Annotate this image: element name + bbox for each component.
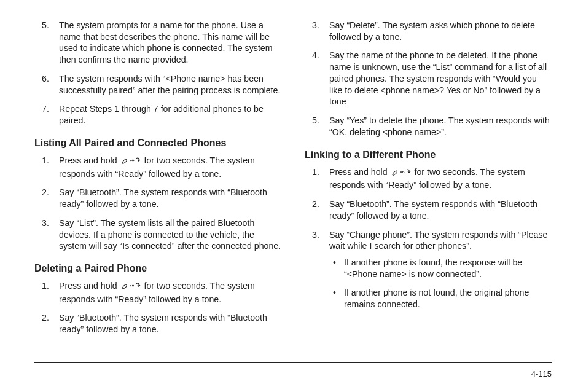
list-number: 1. (42, 280, 49, 292)
list-number: 3. (312, 20, 319, 31)
page-number: 4-115 (531, 369, 552, 378)
deleting-steps: 1. Press and hold for two seconds. The s… (34, 280, 281, 335)
list-item: 5. The system prompts for a name for the… (34, 20, 281, 66)
list-text: Say “Yes” to delete the phone. The syste… (329, 116, 550, 137)
sub-bullets: If another phone is found, the response … (329, 257, 552, 310)
phone-voice-icon (120, 282, 142, 294)
footer-rule (34, 362, 552, 363)
list-item: 6. The system responds with “<Phone name… (34, 73, 281, 96)
continuation-list: 5. The system prompts for a name for the… (34, 20, 281, 127)
list-item: 5. Say “Yes” to delete the phone. The sy… (305, 115, 552, 138)
list-text: Press and hold for two seconds. The syst… (59, 155, 255, 179)
list-item: 2. Say “Bluetooth”. The system responds … (34, 187, 281, 210)
list-number: 2. (312, 198, 319, 210)
list-text: Say “List”. The system lists all the pai… (59, 218, 281, 251)
list-item: 3. Say “Change phone”. The system respon… (305, 229, 552, 310)
list-item: 4. Say the name of the phone to be delet… (305, 50, 552, 108)
list-number: 2. (42, 312, 49, 324)
deleting-steps-cont: 3. Say “Delete”. The system asks which p… (305, 20, 552, 138)
list-text: Press and hold for two seconds. The syst… (59, 281, 255, 304)
list-item: 1. Press and hold for two seconds. The s… (305, 167, 552, 191)
list-item: 3. Say “List”. The system lists all the … (34, 218, 281, 252)
bullet-item: If another phone is found, the response … (329, 257, 552, 280)
list-item: 2. Say “Bluetooth”. The system responds … (34, 312, 281, 335)
list-number: 1. (42, 155, 49, 167)
list-number: 5. (42, 20, 49, 31)
heading-listing-paired: Listing All Paired and Connected Phones (34, 138, 281, 149)
list-text: Press and hold for two seconds. The syst… (329, 167, 525, 190)
list-item: 2. Say “Bluetooth”. The system responds … (305, 198, 552, 221)
list-number: 5. (312, 115, 319, 127)
list-item: 7. Repeat Steps 1 through 7 for addition… (34, 103, 281, 126)
list-number: 3. (312, 229, 319, 241)
list-item: 1. Press and hold for two seconds. The s… (34, 280, 281, 305)
list-text: Say “Bluetooth”. The system responds wit… (59, 187, 267, 209)
list-number: 2. (42, 187, 49, 198)
bullet-item: If another phone is not found, the origi… (329, 287, 552, 310)
list-number: 6. (42, 73, 49, 85)
phone-voice-icon (120, 157, 142, 168)
content-columns: 5. The system prompts for a name for the… (34, 20, 552, 349)
right-column: 3. Say “Delete”. The system asks which p… (305, 20, 552, 349)
list-number: 3. (42, 218, 49, 229)
heading-linking-different: Linking to a Different Phone (305, 149, 552, 160)
list-text: Say the name of the phone to be deleted.… (329, 50, 547, 106)
linking-steps: 1. Press and hold for two seconds. The s… (305, 167, 552, 310)
listing-steps: 1. Press and hold for two seconds. The s… (34, 155, 281, 252)
list-text: Say “Bluetooth”. The system responds wit… (59, 313, 267, 334)
list-text: The system prompts for a name for the ph… (59, 20, 273, 65)
list-number: 1. (312, 167, 319, 178)
list-text: Say “Change phone”. The system responds … (329, 230, 547, 251)
list-text: Say “Bluetooth”. The system responds wit… (329, 199, 537, 221)
list-text: The system responds with “<Phone name> h… (59, 74, 280, 95)
list-item: 1. Press and hold for two seconds. The s… (34, 155, 281, 179)
list-item: 3. Say “Delete”. The system asks which p… (305, 20, 552, 42)
manual-page: 5. The system prompts for a name for the… (0, 0, 586, 392)
list-number: 7. (42, 103, 49, 115)
phone-voice-icon (390, 168, 412, 180)
list-number: 4. (312, 50, 319, 61)
heading-deleting-paired: Deleting a Paired Phone (34, 263, 281, 274)
list-text: Say “Delete”. The system asks which phon… (329, 20, 535, 42)
left-column: 5. The system prompts for a name for the… (34, 20, 281, 349)
list-text: Repeat Steps 1 through 7 for additional … (59, 104, 264, 125)
